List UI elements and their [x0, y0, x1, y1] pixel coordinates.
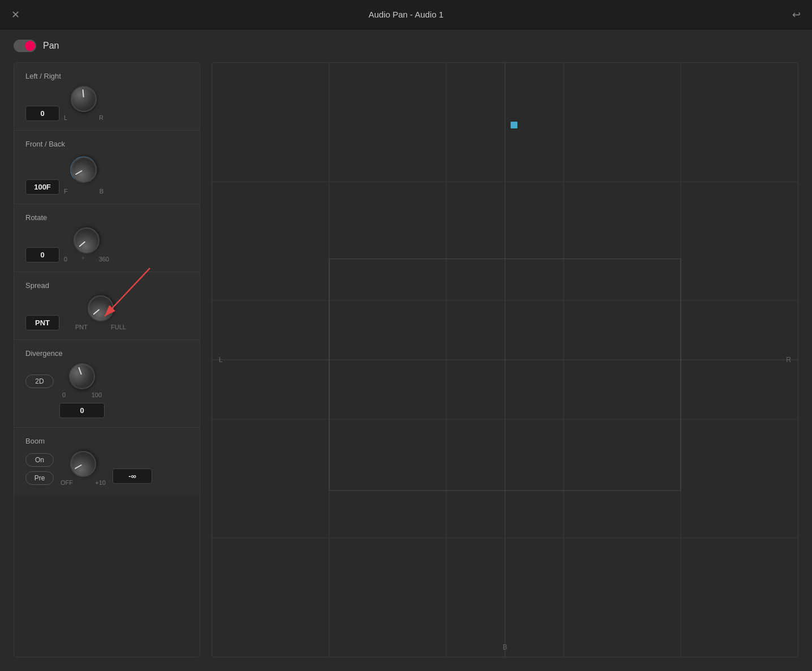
boom-knob[interactable] — [66, 446, 101, 482]
rotate-section: Rotate 0 0 ° 360 — [14, 204, 200, 272]
spread-title: Spread — [25, 281, 188, 290]
pan-label: Pan — [43, 41, 59, 51]
boom-left: On Pre — [25, 451, 54, 485]
front-back-knob[interactable] — [66, 152, 102, 188]
left-right-value[interactable]: 0 — [25, 106, 59, 121]
fb-label-b: B — [100, 188, 103, 195]
divergence-layout: 2D 0 100 0 — [25, 363, 188, 418]
rot-label-360: 360 — [99, 256, 109, 263]
left-right-row: 0 L R — [25, 86, 188, 121]
front-back-value[interactable]: 100F — [25, 179, 59, 195]
boom-label-plus10: +10 — [95, 479, 106, 486]
divergence-knob-labels: 0 100 — [62, 392, 102, 398]
spread-label-pnt: PNT — [75, 324, 88, 330]
left-right-section: Left / Right 0 L R — [14, 63, 200, 131]
back-button[interactable]: ↩ — [792, 8, 801, 21]
boom-section: Boom On Pre OFF +10 -∞ — [14, 428, 200, 495]
left-panel: Left / Right 0 L R Front / Back 100F — [14, 62, 200, 657]
div-label-100: 100 — [92, 392, 102, 398]
divergence-knob-container: 0 100 0 — [59, 363, 105, 418]
spread-knob-labels: PNT FULL — [75, 324, 126, 330]
knob-indicator — [75, 464, 82, 470]
front-back-row: 100F F — [25, 154, 188, 195]
lr-label-r: R — [99, 114, 103, 121]
title-bar: ✕ Audio Pan - Audio 1 ↩ — [0, 0, 812, 29]
close-button[interactable]: ✕ — [11, 10, 20, 20]
rotate-title: Rotate — [25, 213, 188, 222]
main-content: Left / Right 0 L R Front / Back 100F — [0, 62, 812, 671]
grid-svg — [212, 63, 798, 657]
left-right-knob[interactable] — [70, 85, 98, 113]
knob-indicator — [75, 170, 83, 175]
boom-on-button[interactable]: On — [25, 453, 54, 467]
toggle-dot — [25, 41, 35, 51]
spread-value[interactable]: PNT — [25, 315, 59, 330]
knob-indicator — [78, 367, 82, 375]
knob-indicator — [83, 89, 84, 97]
divergence-2d-pill[interactable]: 2D — [25, 375, 54, 388]
fb-label-f: F — [64, 188, 68, 195]
boom-value[interactable]: -∞ — [113, 468, 152, 484]
window-title: Audio Pan - Audio 1 — [369, 10, 444, 19]
boom-layout: On Pre OFF +10 -∞ — [25, 451, 188, 486]
spread-knob-container: PNT FULL — [75, 295, 126, 330]
front-back-knob-labels: F B — [64, 188, 103, 195]
knob-indicator — [93, 309, 100, 315]
left-right-title: Left / Right — [25, 72, 188, 80]
rotate-knob-container: 0 ° 360 — [64, 227, 109, 263]
divergence-left: 2D — [25, 363, 54, 388]
divergence-section: Divergence 2D 0 100 0 — [14, 340, 200, 428]
rot-label-0: 0 — [64, 256, 67, 263]
front-back-knob-wrap — [68, 154, 100, 186]
front-back-knob-container: F B — [64, 154, 103, 195]
front-back-title: Front / Back — [25, 140, 188, 148]
rot-label-deg: ° — [82, 256, 84, 263]
pan-header: Pan — [0, 29, 812, 62]
boom-label-off: OFF — [61, 479, 73, 486]
spread-knob-area: PNT FULL — [75, 295, 126, 330]
div-label-0: 0 — [62, 392, 66, 398]
left-right-knob-container: L R — [64, 86, 103, 121]
rotate-value[interactable]: 0 — [25, 247, 59, 263]
boom-knob-labels: OFF +10 — [61, 479, 106, 486]
divergence-title: Divergence — [25, 349, 188, 358]
right-panel: L R B — [211, 62, 798, 657]
spread-label-full: FULL — [111, 324, 126, 330]
boom-title: Boom — [25, 437, 188, 445]
rotate-knob[interactable] — [68, 222, 105, 259]
lr-label-l: L — [64, 114, 67, 121]
position-marker[interactable] — [511, 122, 517, 128]
front-back-section: Front / Back 100F — [14, 131, 200, 204]
divergence-value[interactable]: 0 — [59, 403, 105, 418]
spread-row: PNT PNT FULL — [25, 295, 188, 330]
grid-label-r: R — [786, 356, 791, 364]
rotate-knob-labels: 0 ° 360 — [64, 256, 109, 263]
spread-knob[interactable] — [83, 290, 119, 327]
grid-label-l: L — [219, 356, 223, 364]
boom-knob-container: OFF +10 — [61, 451, 106, 486]
left-right-knob-labels: L R — [64, 114, 103, 121]
rotate-row: 0 0 ° 360 — [25, 227, 188, 263]
knob-indicator — [79, 241, 85, 247]
pan-toggle[interactable] — [14, 40, 36, 52]
divergence-knob[interactable] — [66, 360, 99, 393]
grid-label-b: B — [503, 643, 507, 651]
spread-section: Spread PNT PNT FULL — [14, 272, 200, 340]
boom-pre-button[interactable]: Pre — [25, 471, 54, 485]
